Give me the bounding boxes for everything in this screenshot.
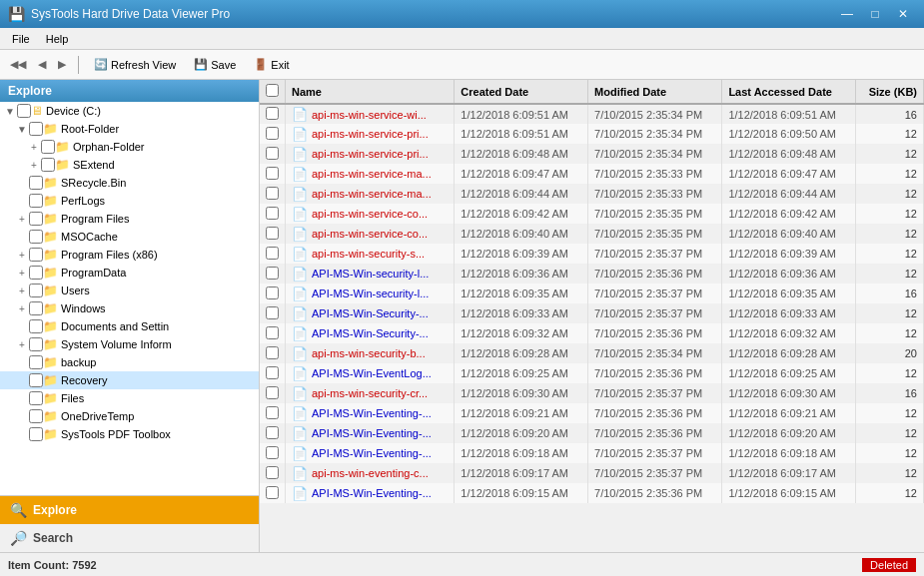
row-checkbox[interactable]	[266, 366, 279, 379]
table-row[interactable]: 📄 api-ms-win-security-cr... 1/12/2018 6:…	[260, 383, 924, 403]
select-all-checkbox[interactable]	[266, 84, 279, 97]
checkbox-sextend[interactable]	[41, 158, 55, 172]
tree-node-documents[interactable]: 📁 Documents and Settin	[0, 317, 259, 335]
nav-first-button[interactable]: ◀◀	[6, 56, 30, 73]
row-checkbox-cell[interactable]	[260, 323, 286, 343]
menu-file[interactable]: File	[4, 31, 38, 47]
table-row[interactable]: 📄 api-ms-win-service-ma... 1/12/2018 6:0…	[260, 184, 924, 204]
expand-programdata[interactable]: +	[16, 267, 28, 279]
row-checkbox-cell[interactable]	[260, 184, 286, 204]
col-header-accessed[interactable]: Last Accessed Date	[722, 80, 856, 104]
checkbox-programfilesx86[interactable]	[29, 248, 43, 262]
checkbox-recovery[interactable]	[29, 373, 43, 387]
table-row[interactable]: 📄 api-ms-win-service-ma... 1/12/2018 6:0…	[260, 164, 924, 184]
table-row[interactable]: 📄 API-MS-Win-security-l... 1/12/2018 6:0…	[260, 264, 924, 284]
col-header-checkbox[interactable]	[260, 80, 286, 104]
table-row[interactable]: 📄 API-MS-Win-Security-... 1/12/2018 6:09…	[260, 303, 924, 323]
checkbox-onedrivetemp[interactable]	[29, 409, 43, 423]
tree-area[interactable]: ▼ 🖥 Device (C:) ▼ 📁 Root-Folder + 📁 Or	[0, 102, 259, 495]
tree-node-users[interactable]: + 📁 Users	[0, 282, 259, 299]
table-row[interactable]: 📄 API-MS-Win-EventLog... 1/12/2018 6:09:…	[260, 363, 924, 383]
row-checkbox[interactable]	[266, 227, 279, 240]
col-header-created[interactable]: Created Date	[455, 80, 588, 104]
tree-node-recovery[interactable]: 📁 Recovery	[0, 371, 259, 389]
row-checkbox[interactable]	[266, 207, 279, 220]
tree-node-srecycle[interactable]: 📁 SRecycle.Bin	[0, 174, 259, 192]
row-checkbox-cell[interactable]	[260, 363, 286, 383]
row-checkbox[interactable]	[266, 426, 279, 439]
tree-node-backup[interactable]: 📁 backup	[0, 353, 259, 371]
row-checkbox-cell[interactable]	[260, 144, 286, 164]
row-checkbox[interactable]	[266, 187, 279, 200]
menu-help[interactable]: Help	[38, 31, 77, 47]
expand-systemvolume[interactable]: +	[16, 338, 28, 350]
tree-node-systoolspdf[interactable]: 📁 SysTools PDF Toolbox	[0, 425, 259, 443]
nav-prev-button[interactable]: ◀	[34, 56, 50, 73]
checkbox-files[interactable]	[29, 391, 43, 405]
table-row[interactable]: 📄 api-ms-win-eventing-c... 1/12/2018 6:0…	[260, 463, 924, 483]
checkbox-programfiles[interactable]	[29, 212, 43, 226]
row-checkbox-cell[interactable]	[260, 164, 286, 184]
row-checkbox[interactable]	[266, 147, 279, 160]
tree-node-windows[interactable]: + 📁 Windows	[0, 299, 259, 317]
checkbox-device[interactable]	[17, 104, 31, 118]
row-checkbox-cell[interactable]	[260, 343, 286, 363]
table-row[interactable]: 📄 api-ms-win-service-co... 1/12/2018 6:0…	[260, 224, 924, 244]
row-checkbox[interactable]	[266, 446, 279, 459]
table-row[interactable]: 📄 API-MS-Win-security-l... 1/12/2018 6:0…	[260, 284, 924, 303]
row-checkbox-cell[interactable]	[260, 264, 286, 284]
col-header-size[interactable]: Size (KB)	[856, 80, 924, 104]
tree-node-programdata[interactable]: + 📁 ProgramData	[0, 264, 259, 282]
nav-next-button[interactable]: ▶	[54, 56, 70, 73]
checkbox-windows[interactable]	[29, 301, 43, 315]
row-checkbox[interactable]	[266, 287, 279, 299]
table-row[interactable]: 📄 api-ms-win-security-b... 1/12/2018 6:0…	[260, 343, 924, 363]
expand-programfiles[interactable]: +	[16, 213, 28, 225]
checkbox-perflogs[interactable]	[29, 194, 43, 208]
checkbox-srecycle[interactable]	[29, 176, 43, 190]
tree-node-systemvolume[interactable]: + 📁 System Volume Inform	[0, 335, 259, 353]
tree-node-orphan[interactable]: + 📁 Orphan-Folder	[0, 138, 259, 156]
checkbox-orphan[interactable]	[41, 140, 55, 154]
maximize-button[interactable]: □	[862, 4, 888, 24]
expand-programfilesx86[interactable]: +	[16, 249, 28, 261]
row-checkbox[interactable]	[266, 127, 279, 140]
row-checkbox-cell[interactable]	[260, 303, 286, 323]
tree-node-programfiles[interactable]: + 📁 Program Files	[0, 210, 259, 228]
checkbox-msocache[interactable]	[29, 230, 43, 244]
table-row[interactable]: 📄 api-ms-win-service-pri... 1/12/2018 6:…	[260, 144, 924, 164]
tree-node-device[interactable]: ▼ 🖥 Device (C:)	[0, 102, 259, 120]
row-checkbox[interactable]	[266, 306, 279, 319]
row-checkbox-cell[interactable]	[260, 383, 286, 403]
table-row[interactable]: 📄 API-MS-Win-Eventing-... 1/12/2018 6:09…	[260, 443, 924, 463]
tree-node-files[interactable]: 📁 Files	[0, 389, 259, 407]
table-row[interactable]: 📄 api-ms-win-service-pri... 1/12/2018 6:…	[260, 124, 924, 144]
row-checkbox[interactable]	[266, 107, 279, 120]
checkbox-root[interactable]	[29, 122, 43, 136]
table-row[interactable]: 📄 API-MS-Win-Eventing-... 1/12/2018 6:09…	[260, 403, 924, 423]
col-header-name[interactable]: Name	[286, 80, 455, 104]
row-checkbox-cell[interactable]	[260, 463, 286, 483]
row-checkbox-cell[interactable]	[260, 443, 286, 463]
refresh-button[interactable]: 🔄 Refresh View	[87, 55, 183, 74]
row-checkbox-cell[interactable]	[260, 284, 286, 303]
tree-node-programfilesx86[interactable]: + 📁 Program Files (x86)	[0, 246, 259, 264]
row-checkbox-cell[interactable]	[260, 204, 286, 224]
expand-orphan[interactable]: +	[28, 141, 40, 153]
expand-windows[interactable]: +	[16, 302, 28, 314]
row-checkbox-cell[interactable]	[260, 423, 286, 443]
checkbox-systoolspdf[interactable]	[29, 427, 43, 441]
row-checkbox[interactable]	[266, 326, 279, 339]
col-header-modified[interactable]: Modified Date	[588, 80, 722, 104]
tree-node-root[interactable]: ▼ 📁 Root-Folder	[0, 120, 259, 138]
row-checkbox-cell[interactable]	[260, 403, 286, 423]
minimize-button[interactable]: —	[834, 4, 860, 24]
tree-node-msocache[interactable]: 📁 MSOCache	[0, 228, 259, 246]
tree-node-onedriveTemp[interactable]: 📁 OneDriveTemp	[0, 407, 259, 425]
tree-node-sextend[interactable]: + 📁 SExtend	[0, 156, 259, 174]
expand-sextend[interactable]: +	[28, 159, 40, 171]
checkbox-documents[interactable]	[29, 319, 43, 333]
row-checkbox-cell[interactable]	[260, 124, 286, 144]
row-checkbox-cell[interactable]	[260, 483, 286, 503]
exit-button[interactable]: 🚪 Exit	[247, 55, 296, 74]
